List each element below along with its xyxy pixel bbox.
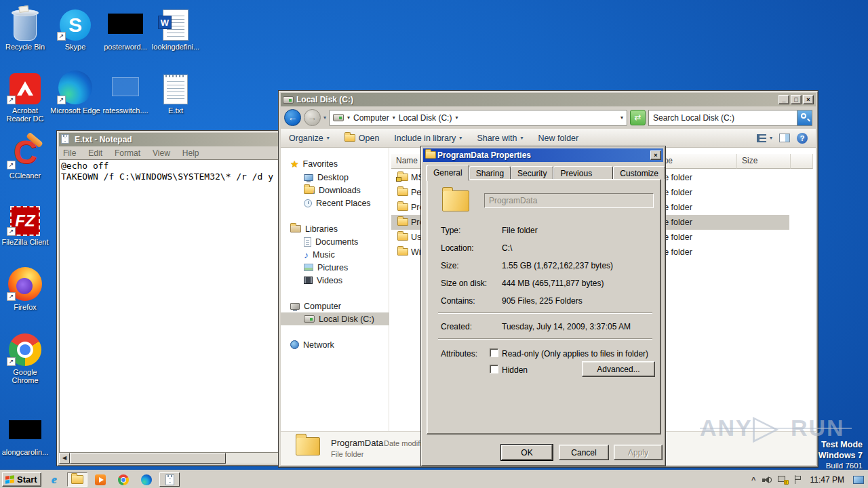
crumb-local-disk[interactable]: Local Disk (C:) (399, 113, 452, 123)
nav-documents[interactable]: Documents (281, 235, 389, 248)
search-button[interactable] (797, 110, 812, 125)
desktop-icon-firefox[interactable]: ↗ Firefox (0, 264, 50, 311)
desktop-icon-ratesswitch[interactable]: ratesswitch.... (100, 68, 151, 115)
taskbar-explorer-button[interactable] (67, 472, 87, 487)
search-box[interactable] (648, 110, 812, 126)
maximize-button[interactable]: □ (791, 95, 802, 104)
hidden-checkbox[interactable] (490, 365, 498, 373)
notepad-titlebar[interactable]: E.txt - Notepad (59, 133, 284, 146)
nav-favorites[interactable]: ★Favorites (281, 157, 389, 170)
organize-button[interactable]: Organize▾ (289, 134, 330, 143)
network-warning-icon[interactable]: ! (778, 476, 788, 484)
nav-videos[interactable]: Videos (281, 274, 389, 287)
chrome-icon (118, 474, 129, 485)
nav-downloads[interactable]: ↓Downloads (281, 184, 389, 197)
menu-edit[interactable]: Edit (88, 148, 102, 157)
desktop-icon-ccleaner[interactable]: C↗ CCleaner (0, 133, 50, 180)
tab-customize[interactable]: Customize (613, 166, 665, 180)
folder-icon (397, 203, 408, 211)
edge-icon (141, 474, 152, 485)
icon-label: ratesswitch.... (100, 106, 151, 115)
start-button[interactable]: Start (2, 472, 41, 487)
back-button[interactable]: ← (284, 109, 301, 126)
nav-music[interactable]: ♪Music (281, 248, 389, 261)
volume-icon[interactable] (762, 476, 772, 484)
menu-help[interactable]: Help (182, 148, 199, 157)
open-button[interactable]: Open (344, 134, 380, 143)
close-button[interactable]: × (803, 95, 814, 104)
explorer-titlebar[interactable]: Local Disk (C:) _ □ × (281, 93, 816, 106)
share-with-button[interactable]: Share with▾ (477, 134, 523, 143)
crumb-separator-icon[interactable]: ▾ (347, 115, 350, 121)
crumb-separator-icon[interactable]: ▾ (393, 115, 395, 121)
dialog-close-button[interactable]: × (650, 150, 661, 160)
notepad-horizontal-scrollbar[interactable]: ◀ (59, 453, 284, 464)
search-input[interactable] (649, 113, 797, 123)
notepad-text-area[interactable]: @echo off TAKEOWN /f C:\WINDOWS\SYSTEM32… (59, 159, 284, 453)
desktop-icon-acrobat[interactable]: ↗ Acrobat Reader DC (0, 68, 50, 123)
nav-computer[interactable]: Computer (281, 300, 389, 312)
advanced-button[interactable]: Advanced... (582, 361, 655, 377)
scrollbar-thumb[interactable] (70, 453, 226, 464)
dialog-titlebar[interactable]: ProgramData Properties × (423, 148, 663, 162)
views-button[interactable]: ▾ (757, 134, 772, 142)
scroll-left-arrow-icon[interactable]: ◀ (59, 453, 70, 464)
menu-file[interactable]: File (63, 148, 76, 157)
desktop-icon-recycle-bin[interactable]: Recycle Bin (0, 4, 50, 51)
action-center-flag-icon[interactable] (794, 475, 802, 484)
type-value: File folder (502, 226, 538, 235)
nav-recent-places[interactable]: Recent Places (281, 197, 389, 209)
ok-button[interactable]: OK (501, 445, 553, 460)
tab-general[interactable]: General (427, 165, 469, 181)
desktop-icon-lookingdefini[interactable]: W lookingdefini... (151, 4, 201, 51)
menu-view[interactable]: View (153, 148, 170, 157)
nav-local-disk[interactable]: Local Disk (C:) (281, 312, 389, 325)
taskbar-chrome-button[interactable] (113, 472, 134, 487)
tab-previous-versions[interactable]: Previous Versions (553, 166, 613, 180)
taskbar-notepad-button[interactable] (159, 472, 180, 487)
show-desktop-monitor-icon[interactable] (853, 476, 864, 484)
clock[interactable]: 11:47 PM (808, 475, 847, 485)
crumb-separator-icon[interactable]: ▾ (455, 115, 458, 121)
document-icon (304, 237, 311, 247)
taskbar-media-button[interactable] (90, 472, 111, 487)
desktop-icon-chrome[interactable]: ↗ Google Chrome (0, 329, 50, 384)
folder-name-field[interactable]: ProgramData (484, 193, 654, 208)
address-dropdown-icon[interactable]: ▾ (620, 115, 623, 121)
preview-pane-button[interactable] (779, 134, 790, 142)
icon-label: posterword... (100, 43, 151, 51)
new-folder-button[interactable]: New folder (538, 134, 578, 143)
history-dropdown-icon[interactable]: ▾ (323, 115, 326, 121)
crumb-computer[interactable]: Computer (353, 113, 389, 123)
breadcrumb[interactable]: ▾ Computer ▾ Local Disk (C:) ▾ ▾ (329, 110, 627, 126)
column-header-blank[interactable] (791, 154, 813, 169)
include-in-library-button[interactable]: Include in library▾ (394, 134, 462, 143)
media-player-icon (95, 474, 106, 485)
readonly-checkbox[interactable] (490, 348, 498, 357)
tray-expand-icon[interactable]: ^ (751, 476, 755, 484)
tab-security[interactable]: Security (511, 166, 553, 180)
taskbar-ie-button[interactable]: e (44, 472, 64, 487)
icon-label: Acrobat Reader DC (4, 106, 46, 123)
help-button[interactable]: ? (797, 133, 808, 144)
nav-pictures[interactable]: Pictures (281, 261, 389, 274)
desktop-icon-alongcarolin[interactable]: alongcarolin... (0, 409, 50, 456)
taskbar-edge-button[interactable] (136, 472, 157, 487)
desktop-icon-posterword[interactable]: posterword... (100, 4, 151, 51)
cancel-button[interactable]: Cancel (559, 445, 609, 460)
drive-icon (304, 315, 315, 323)
nav-desktop[interactable]: Desktop (281, 171, 389, 184)
forward-button[interactable]: → (304, 109, 321, 126)
nav-libraries[interactable]: Libraries (281, 222, 389, 235)
desktop-icon-skype[interactable]: S↗ Skype (50, 4, 100, 51)
nav-network[interactable]: Network (281, 338, 389, 351)
tab-sharing[interactable]: Sharing (469, 166, 511, 180)
refresh-button[interactable]: ⇄ (630, 110, 646, 125)
minimize-button[interactable]: _ (778, 95, 789, 104)
menu-format[interactable]: Format (115, 148, 140, 157)
column-header-size[interactable]: Size (737, 154, 791, 169)
apply-button[interactable]: Apply (614, 445, 663, 460)
desktop-icon-edge[interactable]: ↗ Microsoft Edge (50, 68, 100, 115)
desktop-icon-filezilla[interactable]: FZ↗ FileZilla Client (0, 199, 50, 246)
desktop-icon-etxt[interactable]: E.txt (151, 68, 201, 115)
